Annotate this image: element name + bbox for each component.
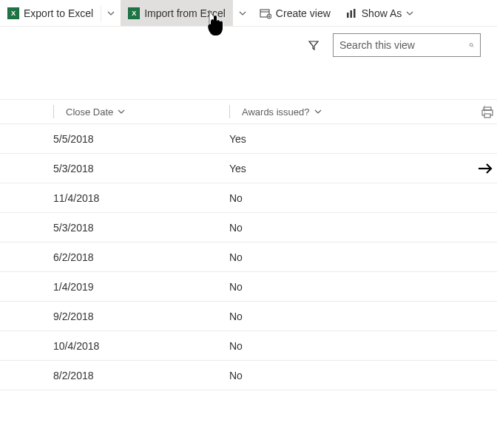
funnel-icon	[308, 39, 320, 51]
cell-close-date: 1/4/2019	[53, 281, 229, 293]
import-label: Import from Excel	[144, 7, 226, 19]
subbar	[0, 27, 497, 64]
cell-awards: No	[229, 340, 405, 352]
chevron-down-icon	[239, 10, 246, 17]
column-divider	[53, 105, 54, 118]
close-date-label: Close Date	[66, 106, 113, 118]
cell-close-date: 11/4/2018	[53, 192, 229, 204]
create-view-label: Create view	[276, 7, 331, 19]
export-chevron[interactable]	[101, 0, 121, 26]
show-as-button[interactable]: Show As	[338, 0, 421, 26]
chevron-down-icon	[118, 108, 125, 115]
cell-awards: No	[229, 370, 405, 381]
table-row[interactable]: 5/5/2018Yes	[0, 124, 497, 154]
print-icon[interactable]	[481, 106, 494, 119]
table-row[interactable]: 11/4/2018No	[0, 183, 497, 213]
cell-close-date: 5/5/2018	[53, 133, 229, 145]
create-view-button[interactable]: Create view	[252, 0, 338, 26]
cell-close-date: 5/3/2018	[53, 222, 229, 234]
show-as-icon	[345, 7, 357, 19]
table-row[interactable]: 5/3/2018No	[0, 213, 497, 242]
cell-close-date: 9/2/2018	[53, 310, 229, 322]
cell-close-date: 6/2/2018	[53, 251, 229, 263]
grid-header: Close Date Awards issued?	[0, 99, 497, 124]
svg-rect-7	[354, 9, 356, 18]
cell-awards: No	[229, 251, 405, 263]
filter-button[interactable]	[303, 35, 324, 55]
cell-awards: Yes	[229, 163, 405, 174]
table-row[interactable]: 1/4/2019No	[0, 272, 497, 302]
chevron-down-icon	[314, 108, 322, 115]
svg-line-9	[473, 46, 474, 47]
svg-point-8	[470, 44, 473, 47]
cell-awards: No	[229, 192, 405, 204]
chevron-down-icon	[406, 10, 413, 17]
column-header-awards[interactable]: Awards issued?	[229, 100, 405, 123]
export-label: Export to Excel	[24, 7, 93, 19]
table-row[interactable]: 10/4/2018No	[0, 331, 497, 361]
import-from-excel-button[interactable]: Import from Excel	[121, 0, 233, 26]
svg-rect-11	[484, 107, 491, 110]
cell-close-date: 10/4/2018	[53, 340, 229, 352]
cell-awards: No	[229, 310, 405, 322]
row-open-arrow[interactable]	[478, 163, 493, 174]
arrow-right-icon	[478, 163, 493, 174]
svg-rect-13	[484, 114, 490, 118]
table-row[interactable]: 5/3/2018Yes	[0, 154, 497, 183]
import-chevron[interactable]	[233, 0, 252, 26]
svg-rect-5	[347, 13, 349, 18]
search-box[interactable]	[333, 33, 481, 57]
cell-awards: No	[229, 281, 405, 293]
column-divider	[229, 105, 230, 118]
spacer	[0, 100, 53, 123]
cell-close-date: 5/3/2018	[53, 163, 229, 174]
cell-awards: No	[229, 222, 405, 234]
column-header-close-date[interactable]: Close Date	[53, 100, 229, 123]
show-as-label: Show As	[362, 7, 402, 19]
search-icon	[469, 39, 474, 51]
excel-icon	[128, 7, 140, 19]
toolbar: Export to Excel Import from Excel Create…	[0, 0, 497, 27]
table-row[interactable]: 6/2/2018No	[0, 242, 497, 272]
excel-icon	[7, 7, 19, 19]
cell-awards: Yes	[229, 133, 405, 145]
data-grid: Close Date Awards issued? 5/5/2018Yes5/3…	[0, 99, 497, 390]
svg-rect-6	[350, 10, 352, 18]
search-input[interactable]	[339, 39, 469, 51]
grid-body: 5/5/2018Yes5/3/2018Yes11/4/2018No5/3/201…	[0, 124, 497, 390]
table-row[interactable]: 8/2/2018No	[0, 361, 497, 390]
awards-label: Awards issued?	[242, 106, 310, 118]
create-view-icon	[260, 7, 271, 19]
table-row[interactable]: 9/2/2018No	[0, 302, 497, 331]
export-to-excel-button[interactable]: Export to Excel	[0, 0, 101, 26]
cell-close-date: 8/2/2018	[53, 370, 229, 381]
chevron-down-icon	[107, 10, 115, 17]
